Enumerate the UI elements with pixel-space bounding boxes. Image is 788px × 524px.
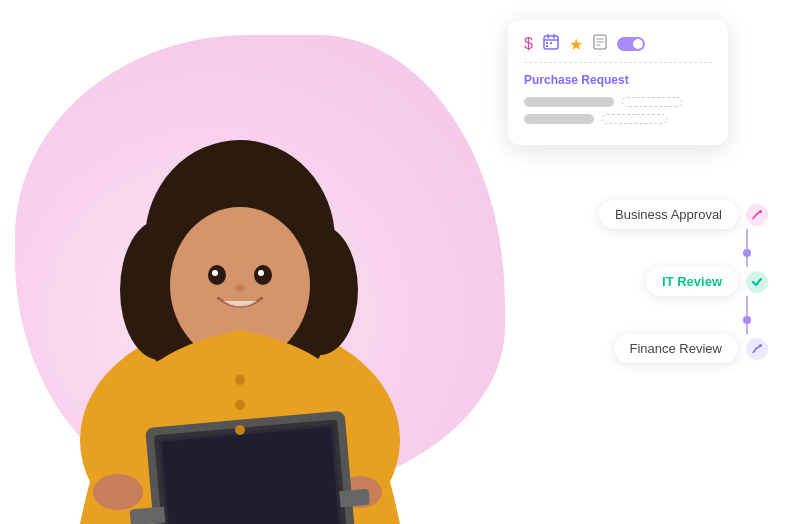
workflow-container: Business Approval IT Review — [599, 200, 768, 363]
person-illustration — [30, 20, 450, 524]
connector-1b — [746, 257, 748, 267]
svg-point-14 — [93, 474, 143, 510]
form-row-2 — [524, 114, 712, 124]
business-approval-icon — [746, 204, 768, 226]
toggle-icon[interactable] — [617, 37, 645, 51]
svg-rect-20 — [161, 427, 339, 524]
svg-point-11 — [212, 270, 218, 276]
calendar-icon — [543, 34, 559, 54]
document-icon — [593, 34, 607, 54]
ui-card: $ ★ — [508, 20, 728, 145]
connector-2 — [746, 296, 748, 316]
svg-rect-29 — [550, 42, 552, 44]
svg-rect-30 — [546, 45, 548, 47]
finance-review-icon — [746, 338, 768, 360]
it-review-icon — [746, 271, 768, 293]
card-icon-row: $ ★ — [524, 34, 712, 63]
connector-dot-1 — [743, 249, 751, 257]
workflow-step-finance-review: Finance Review — [614, 334, 769, 363]
it-review-label: IT Review — [646, 267, 738, 296]
svg-point-23 — [235, 425, 245, 435]
star-icon: ★ — [569, 35, 583, 54]
finance-review-label: Finance Review — [614, 334, 739, 363]
connector-1 — [746, 229, 748, 249]
workflow-step-it-review: IT Review — [646, 267, 768, 296]
form-field-dashed-2 — [602, 114, 667, 124]
business-approval-label: Business Approval — [599, 200, 738, 229]
card-title: Purchase Request — [524, 73, 712, 87]
svg-rect-28 — [546, 42, 548, 44]
dollar-icon: $ — [524, 35, 533, 53]
svg-point-12 — [258, 270, 264, 276]
connector-dot-2 — [743, 316, 751, 324]
svg-point-21 — [235, 375, 245, 385]
svg-point-36 — [759, 344, 762, 347]
svg-point-35 — [759, 210, 762, 213]
form-field-medium-1 — [524, 114, 594, 124]
connector-2b — [746, 324, 748, 334]
svg-point-13 — [235, 284, 245, 292]
form-field-long-1 — [524, 97, 614, 107]
form-row-1 — [524, 97, 712, 107]
workflow-step-business-approval: Business Approval — [599, 200, 768, 229]
svg-point-22 — [235, 400, 245, 410]
scene: $ ★ — [0, 0, 788, 524]
form-field-dashed-1 — [622, 97, 682, 107]
